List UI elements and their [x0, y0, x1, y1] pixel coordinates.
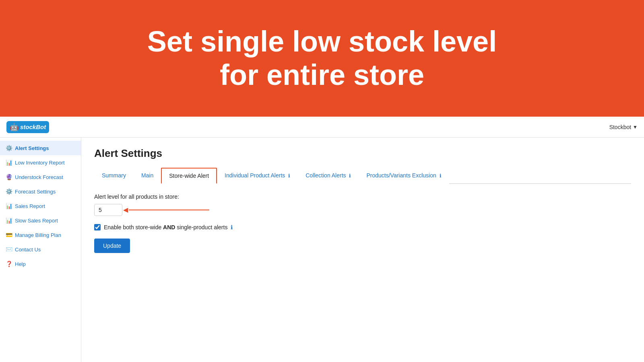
sidebar-item-alert-settings[interactable]: ⚙️ Alert Settings [0, 141, 81, 155]
info-icon: ℹ [349, 173, 351, 179]
sidebar-item-label: Low Inventory Report [15, 160, 65, 166]
app-shell: 🤖 stockBot Stockbot ▼ ⚙️ Alert Settings … [0, 117, 644, 362]
logo-area: 🤖 stockBot [6, 121, 49, 133]
checkbox-row: Enable both store-wide AND single-produc… [94, 224, 631, 230]
sidebar-item-label: Forecast Settings [15, 189, 56, 195]
tab-products-variants-exclusion[interactable]: Products/Variants Exclusion ℹ [359, 168, 449, 184]
sidebar-item-forecast-settings[interactable]: ⚙️ Forecast Settings [0, 184, 81, 199]
checkbox-label: Enable both store-wide AND single-produc… [104, 224, 233, 230]
sidebar-item-label: Help [15, 261, 26, 267]
gear-icon: ⚙️ [6, 145, 12, 151]
sidebar-item-label: Sales Report [15, 203, 45, 209]
arrow-line [129, 210, 209, 210]
bar-chart-icon: 📊 [6, 159, 12, 166]
tab-collection-alerts[interactable]: Collection Alerts ℹ [298, 168, 359, 184]
logo-robot-icon: 🤖 [10, 123, 19, 132]
tabs-container: Summary Main Store-wide Alert Individual… [94, 168, 631, 184]
logo[interactable]: 🤖 stockBot [6, 121, 49, 133]
alert-level-label: Alert level for all products in store: [94, 193, 631, 200]
update-button[interactable]: Update [94, 239, 130, 253]
settings-icon: ⚙️ [6, 188, 12, 195]
tab-individual-product-alerts[interactable]: Individual Product Alerts ℹ [217, 168, 298, 184]
hero-text: Set single low stock level for entire st… [147, 25, 497, 92]
sidebar-item-manage-billing-plan[interactable]: 💳 Manage Billing Plan [0, 228, 81, 242]
form-section: Alert level for all products in store: E… [94, 193, 631, 253]
user-label: Stockbot [609, 124, 631, 130]
sidebar-item-help[interactable]: ❓ Help [0, 257, 81, 271]
sidebar-item-sales-report[interactable]: 📊 Sales Report [0, 199, 81, 213]
alert-level-input-row [94, 204, 631, 216]
sidebar-item-low-inventory-report[interactable]: 📊 Low Inventory Report [0, 155, 81, 170]
sidebar-item-slow-sales-report[interactable]: 📊 Slow Sales Report [0, 213, 81, 228]
info-icon: ℹ [288, 173, 290, 179]
sidebar-item-label: Alert Settings [15, 145, 49, 151]
logo-text: stockBot [20, 123, 46, 130]
enable-both-checkbox[interactable] [94, 224, 101, 230]
sidebar-item-label: Slow Sales Report [15, 218, 58, 224]
help-icon: ❓ [6, 261, 12, 267]
sidebar-item-contact-us[interactable]: ✉️ Contact Us [0, 242, 81, 257]
tab-summary[interactable]: Summary [94, 168, 134, 184]
page-title: Alert Settings [94, 147, 631, 160]
alert-level-input[interactable] [94, 204, 122, 216]
user-menu[interactable]: Stockbot ▼ [609, 124, 638, 130]
forecast-icon: 🔮 [6, 174, 12, 180]
info-icon: ℹ [440, 173, 442, 179]
billing-icon: 💳 [6, 232, 12, 238]
sidebar-item-label: Understock Forecast [15, 174, 63, 180]
sales-chart-icon: 📊 [6, 203, 12, 209]
checkbox-info-icon: ℹ [231, 224, 233, 230]
email-icon: ✉️ [6, 246, 12, 253]
tab-main[interactable]: Main [134, 168, 161, 184]
slow-sales-icon: 📊 [6, 217, 12, 224]
hero-banner: Set single low stock level for entire st… [0, 0, 644, 117]
arrow-annotation [129, 210, 209, 210]
tab-store-wide-alert[interactable]: Store-wide Alert [161, 168, 217, 184]
sidebar-item-label: Manage Billing Plan [15, 232, 61, 238]
main-content: ⚙️ Alert Settings 📊 Low Inventory Report… [0, 138, 644, 362]
sidebar: ⚙️ Alert Settings 📊 Low Inventory Report… [0, 138, 81, 362]
sidebar-item-understock-forecast[interactable]: 🔮 Understock Forecast [0, 170, 81, 184]
sidebar-item-label: Contact Us [15, 247, 41, 253]
page-area: Alert Settings Summary Main Store-wide A… [81, 138, 644, 362]
chevron-down-icon: ▼ [633, 124, 638, 130]
top-bar: 🤖 stockBot Stockbot ▼ [0, 117, 644, 138]
